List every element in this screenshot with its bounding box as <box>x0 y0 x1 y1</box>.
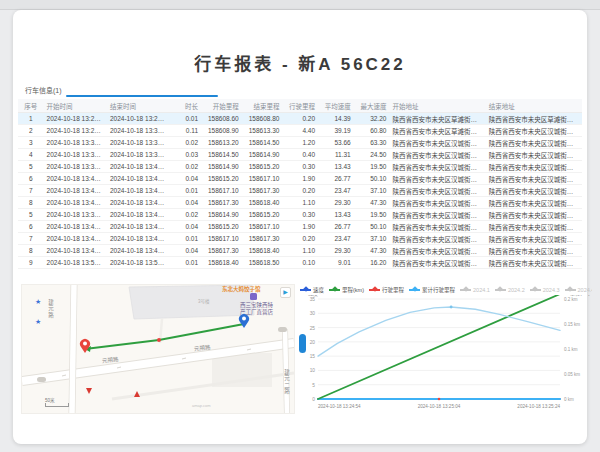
table-cell: 2024-10-18 13:46:45 <box>107 233 170 245</box>
column-header: 结束时间 <box>107 99 170 113</box>
route-midpoint-dot <box>157 338 161 342</box>
table-cell: 13.43 <box>318 209 354 221</box>
legend-item[interactable]: 里程(km) <box>329 286 364 294</box>
svg-text:0 km: 0 km <box>564 397 574 402</box>
table-cell: 2024-10-18 13:48:31 <box>44 197 107 209</box>
table-body: 12024-10-18 13:24:542024-10-18 13:25:440… <box>18 113 582 269</box>
table-row[interactable]: 92024-10-18 13:54:452024-10-18 13:55:250… <box>18 257 582 269</box>
table-cell: 16.20 <box>354 257 390 269</box>
svg-text:2024-10-18 13:25:24: 2024-10-18 13:25:24 <box>517 404 560 409</box>
table-cell: 9 <box>18 257 44 269</box>
table-cell: 陕西省西安市未央区汉城街道北二环 北312米 汉都新苑小区 <box>486 125 582 137</box>
table-cell: 2024-10-18 13:46:17 <box>44 233 107 245</box>
column-header: 最大速度 <box>354 99 390 113</box>
table-cell: 0.20 <box>282 233 318 245</box>
end-marker[interactable] <box>239 314 249 328</box>
legend-item[interactable]: 2024.2 <box>495 287 525 293</box>
table-cell: 158615.20 <box>201 173 242 185</box>
legend-marker-icon <box>530 289 541 291</box>
poi-label-restaurant: 东北大妈饺子馆 <box>222 286 261 292</box>
table-cell: 158618.40 <box>201 257 242 269</box>
svg-text:0.2 km: 0.2 km <box>564 297 578 302</box>
table-cell: 陕西省西安市未央区汉城街道桃花大道东202米 西查村 <box>389 197 485 209</box>
table-cell: 47.30 <box>354 245 390 257</box>
column-header: 结束地址 <box>486 99 582 113</box>
table-cell: 1.90 <box>282 173 318 185</box>
legend-label: 行驶里程 <box>382 286 404 294</box>
tab-driving-info[interactable]: 行车信息(1) <box>25 85 62 95</box>
tab-active-indicator <box>66 95 218 97</box>
table-row[interactable]: 52024-10-18 13:39:252024-10-18 13:40:440… <box>18 161 582 173</box>
legend-item[interactable]: 累计行驶里程 <box>409 286 455 294</box>
table-cell: 0.04 <box>170 173 201 185</box>
table-cell: 陕西省西安市未央区汉城街道西安交通艺术博物馆… <box>389 233 485 245</box>
table-cell: 陕西省西安市未央区汉城街道西吉路 西北241米 汉都新苑 <box>389 137 485 149</box>
legend-item[interactable]: 2024.3 <box>530 287 560 293</box>
store-poi-icon <box>250 293 257 300</box>
table-cell: 19.50 <box>354 161 390 173</box>
legend-marker-icon <box>329 289 340 291</box>
table-cell: 4 <box>18 149 44 161</box>
trip-table-container: 序号开始时间结束时间时长开始里程结束里程行驶里程平均速度最大速度开始地址结束地址… <box>18 99 582 269</box>
table-row[interactable]: 12024-10-18 13:24:542024-10-18 13:25:440… <box>18 113 582 125</box>
table-cell: 2024-10-18 13:41:29 <box>44 221 107 233</box>
route-map[interactable]: ★ ★ 建元路 元朔路 元朔路 建元二路 3号楼 东北大妈饺子馆 西三宝陕西特 … <box>21 284 295 414</box>
map-navigation-icon[interactable]: ▶ <box>280 287 291 298</box>
svg-text:10: 10 <box>310 368 316 373</box>
table-cell: 1 <box>18 113 44 125</box>
legend-label: 速度 <box>313 286 324 294</box>
table-row[interactable]: 62024-10-18 13:41:292024-10-18 13:43:450… <box>18 221 582 233</box>
table-cell: 陕西省西安市未央区汉城街道东万千一分街西南口侯桥小区西… <box>486 197 582 209</box>
table-cell: 29.30 <box>318 197 354 209</box>
svg-text:0.05 km: 0.05 km <box>564 372 580 377</box>
svg-text:35: 35 <box>310 297 316 302</box>
table-cell: 陕西省西安市未央区汉城街道罗高路中心小区西安交通二环路… <box>486 137 582 149</box>
column-header: 行驶里程 <box>282 99 318 113</box>
table-cell: 23.47 <box>318 185 354 197</box>
table-row[interactable]: 72024-10-18 13:46:172024-10-18 13:46:450… <box>18 185 582 197</box>
table-cell: 2024-10-18 13:41:29 <box>44 173 107 185</box>
svg-text:30: 30 <box>310 311 316 316</box>
table-cell: 37.10 <box>354 233 390 245</box>
column-header: 开始时间 <box>44 99 107 113</box>
table-row[interactable]: 82024-10-18 13:48:312024-10-18 13:49:050… <box>18 245 582 257</box>
table-cell: 陕西省西安市未央区草滩街道元丰东北278米 城内小区 <box>389 125 485 137</box>
table-row[interactable]: 82024-10-18 13:48:312024-10-18 13:49:050… <box>18 197 582 209</box>
table-row[interactable]: 62024-10-18 13:41:292024-10-18 13:43:450… <box>18 173 582 185</box>
table-cell: 0.20 <box>282 185 318 197</box>
building-label: 3号楼 <box>198 300 210 305</box>
svg-text:5: 5 <box>312 383 315 388</box>
legend-item[interactable]: 2024.1 <box>460 287 490 293</box>
legend-item[interactable]: 2024.4 <box>565 287 592 293</box>
legend-marker-icon <box>300 289 311 291</box>
table-row[interactable]: 22024-10-18 13:26:202024-10-18 13:33:040… <box>18 125 582 137</box>
table-row[interactable]: 42024-10-18 13:36:002024-10-18 13:38:050… <box>18 149 582 161</box>
chart-canvas: 051015202530350 km0.05 km0.1 km0.15 km0.… <box>298 295 592 416</box>
table-cell: 0.02 <box>170 137 201 149</box>
legend-item[interactable]: 行驶里程 <box>369 286 404 294</box>
map-scale-bar <box>45 403 69 407</box>
legend-marker-icon <box>409 289 420 291</box>
table-cell: 陕西省西安市未央区汉城街道罗高西路 东北140米 建于小学 <box>389 209 485 221</box>
legend-item[interactable]: 速度 <box>300 286 324 294</box>
column-header: 时长 <box>170 99 201 113</box>
table-cell: 陕西省西安市未央区汉城街道罗高路西安交通艺术博物馆… <box>486 221 582 233</box>
table-cell: 2024-10-18 13:49:05 <box>107 245 170 257</box>
column-header: 序号 <box>18 99 44 113</box>
table-cell: 60.80 <box>354 125 390 137</box>
table-row[interactable]: 72024-10-18 13:46:172024-10-18 13:46:450… <box>18 233 582 245</box>
table-row[interactable]: 52024-10-18 13:39:252024-10-18 13:40:440… <box>18 209 582 221</box>
table-cell: 2024-10-18 13:38:05 <box>107 149 170 161</box>
table-cell: 陕西省西安市未央区汉城街道东万千一分街西南口侯桥小区西… <box>486 245 582 257</box>
table-cell: 158614.50 <box>242 137 283 149</box>
table-cell: 陕西省西安市未央区汉城街道三桥村小区西北 附近小区 <box>389 149 485 161</box>
table-cell: 158618.40 <box>242 197 283 209</box>
legend-marker-icon <box>565 289 576 291</box>
table-cell: 158617.10 <box>242 221 283 233</box>
table-row[interactable]: 32024-10-18 13:33:442024-10-18 13:35:050… <box>18 137 582 149</box>
table-cell: 7 <box>18 233 44 245</box>
svg-text:0: 0 <box>312 397 315 402</box>
chart-slider-handle[interactable] <box>299 334 306 353</box>
table-cell: 158608.90 <box>201 125 242 137</box>
table-cell: 0.02 <box>170 209 201 221</box>
